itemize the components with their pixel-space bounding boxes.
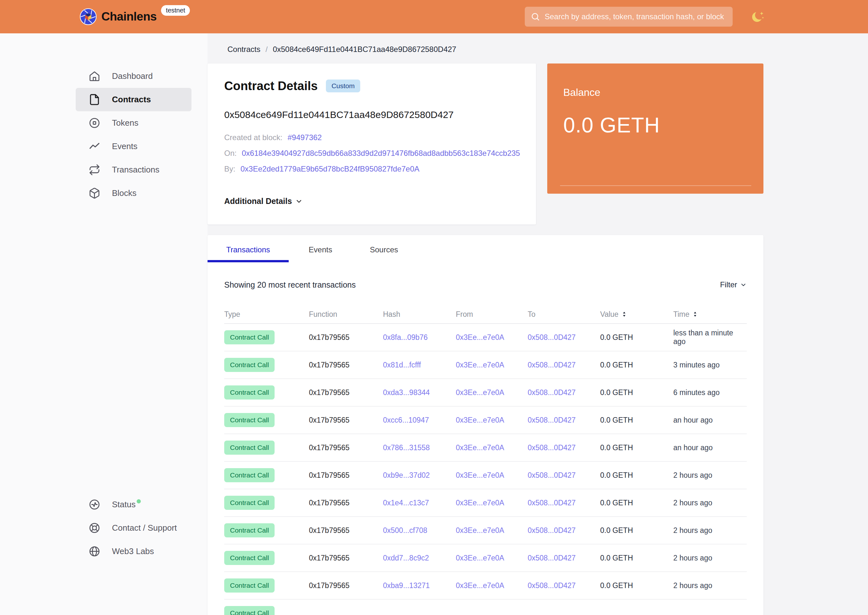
- sidebar-item-tokens[interactable]: Tokens: [76, 111, 191, 135]
- search-icon: [530, 12, 540, 22]
- tx-from-link[interactable]: 0x3Ee...e7e0A: [456, 416, 528, 425]
- tx-from-link[interactable]: 0x3Ee...e7e0A: [456, 581, 528, 590]
- filter-dropdown[interactable]: Filter: [720, 280, 747, 289]
- column-header-value[interactable]: Value: [600, 310, 673, 319]
- tx-from-link[interactable]: 0x3Ee...e7e0A: [456, 554, 528, 562]
- dark-mode-moon-icon[interactable]: [751, 9, 765, 24]
- sidebar-item-dashboard[interactable]: Dashboard: [76, 64, 191, 88]
- tx-to-link[interactable]: 0x508...0D427: [528, 443, 600, 452]
- tab-transactions[interactable]: Transactions: [208, 244, 289, 262]
- contract-details-title: Contract Details: [224, 78, 317, 94]
- sidebar-item-label: Dashboard: [112, 71, 153, 81]
- breadcrumb-contracts-link[interactable]: Contracts: [227, 45, 260, 54]
- sidebar-item-web3labs[interactable]: Web3 Labs: [76, 540, 191, 563]
- tx-time: 2 hours ago: [673, 581, 747, 590]
- column-header-time[interactable]: Time: [673, 310, 747, 319]
- additional-details-label: Additional Details: [224, 197, 292, 206]
- tx-function: 0x17b79565: [309, 361, 383, 369]
- tx-value: 0.0 GETH: [600, 554, 673, 562]
- balance-amount: 0.0 GETH: [563, 112, 748, 138]
- tx-value: 0.0 GETH: [600, 471, 673, 480]
- tx-value: 0.0 GETH: [600, 333, 673, 342]
- tx-hash-link[interactable]: 0x786...31558: [383, 443, 456, 452]
- breadcrumb: Contracts / 0x5084ce649Fd11e0441BC71aa48…: [227, 44, 763, 55]
- tab-sources[interactable]: Sources: [352, 244, 416, 262]
- breadcrumb-current-address: 0x5084ce649Fd11e0441BC71aa48e9D8672580D4…: [273, 45, 456, 54]
- sidebar-item-status[interactable]: Status: [76, 493, 191, 516]
- sidebar-item-blocks[interactable]: Blocks: [76, 181, 191, 205]
- tx-value: 0.0 GETH: [600, 581, 673, 590]
- tx-to-link[interactable]: 0x508...0D427: [528, 526, 600, 535]
- sidebar-item-label: Tokens: [112, 118, 138, 128]
- tx-from-link[interactable]: 0x3Ee...e7e0A: [456, 471, 528, 480]
- tx-type-badge: Contract Call: [224, 330, 275, 344]
- sort-icon[interactable]: [621, 311, 627, 317]
- tx-hash-link[interactable]: 0xdd7...8c9c2: [383, 554, 456, 562]
- tx-value: 0.0 GETH: [600, 416, 673, 425]
- table-header-row: Type Function Hash From To Value Time: [224, 310, 747, 324]
- contract-details-card: Contract Details Custom 0x5084ce649Fd11e…: [208, 64, 536, 225]
- tx-hash-link[interactable]: 0xb9e...37d02: [383, 471, 456, 480]
- tx-function: 0x17b79565: [309, 554, 383, 562]
- table-row: Contract Call 0x17b79565 0x8fa...09b76 0…: [224, 324, 747, 351]
- tx-time: 2 hours ago: [673, 499, 747, 507]
- tx-from-link[interactable]: 0x3Ee...e7e0A: [456, 499, 528, 507]
- tx-to-link[interactable]: 0x508...0D427: [528, 416, 600, 425]
- created-at-block-line: Created at block: #9497362: [224, 130, 519, 145]
- tx-to-link[interactable]: 0x508...0D427: [528, 361, 600, 369]
- table-row: Contract Call: [224, 599, 747, 615]
- tx-from-link[interactable]: 0x3Ee...e7e0A: [456, 333, 528, 342]
- tx-value: 0.0 GETH: [600, 526, 673, 535]
- tx-from-link[interactable]: 0x3Ee...e7e0A: [456, 388, 528, 397]
- tx-to-link[interactable]: 0x508...0D427: [528, 471, 600, 480]
- sidebar-item-label: Web3 Labs: [112, 546, 154, 556]
- tx-function: 0x17b79565: [309, 499, 383, 507]
- sidebar-item-transactions[interactable]: Transactions: [76, 158, 191, 181]
- tx-to-link[interactable]: 0x508...0D427: [528, 388, 600, 397]
- tx-type-badge: Contract Call: [224, 413, 275, 427]
- creator-address-link[interactable]: 0x3Ee2ded1779aE9b65d78bcB24fB950827fde7e…: [241, 161, 419, 177]
- tx-function: 0x17b79565: [309, 333, 383, 342]
- sidebar-item-contracts[interactable]: Contracts: [76, 88, 191, 111]
- tx-function: 0x17b79565: [309, 581, 383, 590]
- sidebar-item-contact-support[interactable]: Contact / Support: [76, 516, 191, 540]
- tx-hash-link[interactable]: 0x8fa...09b76: [383, 333, 456, 342]
- tx-type-badge: Contract Call: [224, 606, 275, 615]
- tx-hash-link[interactable]: 0x1e4...c13c7: [383, 499, 456, 507]
- sidebar-spacer: [0, 205, 208, 493]
- sidebar-item-label: Status: [112, 499, 141, 509]
- tx-to-link[interactable]: 0x508...0D427: [528, 333, 600, 342]
- tx-to-link[interactable]: 0x508...0D427: [528, 581, 600, 590]
- transactions-table-body: Contract Call 0x17b79565 0x8fa...09b76 0…: [224, 324, 747, 615]
- additional-details-toggle[interactable]: Additional Details: [224, 197, 519, 206]
- token-disc-icon: [89, 117, 100, 129]
- table-row: Contract Call 0x17b79565 0xda3...98344 0…: [224, 379, 747, 407]
- tx-type-badge: Contract Call: [224, 551, 275, 565]
- trend-line-icon: [89, 140, 100, 152]
- tx-from-link[interactable]: 0x3Ee...e7e0A: [456, 526, 528, 535]
- table-row: Contract Call 0x17b79565 0xb9e...37d02 0…: [224, 462, 747, 489]
- tx-hash-link[interactable]: 0x500...cf708: [383, 526, 456, 535]
- column-header-from: From: [456, 310, 528, 319]
- search-input[interactable]: [525, 7, 733, 27]
- file-icon: [89, 94, 100, 106]
- sort-icon[interactable]: [692, 311, 698, 317]
- column-header-hash: Hash: [383, 310, 456, 319]
- tx-to-link[interactable]: 0x508...0D427: [528, 554, 600, 562]
- tx-from-link[interactable]: 0x3Ee...e7e0A: [456, 443, 528, 452]
- tx-from-link[interactable]: 0x3Ee...e7e0A: [456, 361, 528, 369]
- sidebar-item-events[interactable]: Events: [76, 135, 191, 158]
- transactions-card: Transactions Events Sources Showing 20 m…: [208, 235, 763, 615]
- table-row: Contract Call 0x17b79565 0xcc6...10947 0…: [224, 407, 747, 434]
- tx-to-link[interactable]: 0x508...0D427: [528, 499, 600, 507]
- tx-hash-link[interactable]: 0xba9...13271: [383, 581, 456, 590]
- table-row: Contract Call 0x17b79565 0xdd7...8c9c2 0…: [224, 545, 747, 572]
- tx-hash-link[interactable]: 0xda3...98344: [383, 388, 456, 397]
- by-label: By:: [224, 161, 235, 177]
- tx-hash-link[interactable]: 0x81d...fcfff: [383, 361, 456, 369]
- creation-tx-link[interactable]: 0x6184e39404927d8c59db66a833d9d2d971476f…: [242, 145, 520, 161]
- tx-hash-link[interactable]: 0xcc6...10947: [383, 416, 456, 425]
- status-online-dot: [137, 499, 141, 503]
- created-block-link[interactable]: #9497362: [288, 130, 322, 145]
- tab-events[interactable]: Events: [289, 244, 352, 262]
